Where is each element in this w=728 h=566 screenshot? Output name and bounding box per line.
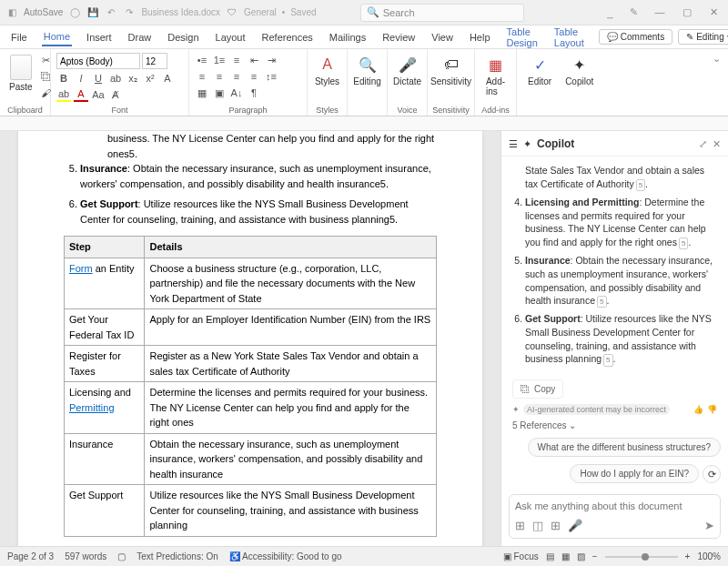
bullets-button[interactable]: •≡ <box>195 53 209 67</box>
font-color-button[interactable]: A <box>74 87 88 102</box>
copilot-input[interactable] <box>515 500 714 511</box>
menu-review[interactable]: Review <box>380 29 417 45</box>
view-web-icon[interactable]: ▨ <box>577 551 585 561</box>
editor-button[interactable]: ✓Editor <box>522 53 557 112</box>
thumbs-up-icon[interactable]: 👍 <box>693 405 703 414</box>
zoom-slider[interactable] <box>605 556 678 558</box>
undo-icon[interactable]: ↶ <box>105 6 117 19</box>
suggestion-chip[interactable]: What are the different business structur… <box>528 438 721 457</box>
ruler[interactable] <box>0 116 728 131</box>
menu-design[interactable]: Design <box>166 29 200 45</box>
menu-references[interactable]: References <box>260 29 315 45</box>
document-pane[interactable]: business. The NY License Center can help… <box>0 131 500 546</box>
highlight-button[interactable]: ab <box>56 87 71 102</box>
paste-button[interactable]: Paste <box>5 53 36 112</box>
menu-table-layout[interactable]: Table Layout <box>552 24 586 51</box>
multilevel-button[interactable]: ≡ <box>229 53 244 67</box>
ribbon-mode-icon[interactable]: ⎯ <box>604 6 617 19</box>
editing-mode-button[interactable]: ✎Editing▾ <box>678 29 728 45</box>
shading-button[interactable]: ▦ <box>195 86 209 100</box>
align-right-button[interactable]: ≡ <box>229 69 244 84</box>
zoom-level[interactable]: 100% <box>697 551 721 561</box>
menu-layout[interactable]: Layout <box>214 29 248 45</box>
minimize-button[interactable]: ― <box>652 6 668 19</box>
menu-help[interactable]: Help <box>468 29 492 45</box>
grid-icon[interactable]: ⊞ <box>551 519 561 532</box>
thumbs-down-icon[interactable]: 👎 <box>707 405 717 414</box>
dictate-button[interactable]: 🎤Dictate <box>393 53 421 88</box>
strikethrough-button[interactable]: ab <box>108 71 123 86</box>
sensitivity-button[interactable]: 🏷Sensitivity <box>433 53 469 88</box>
line-spacing-button[interactable]: ↕≡ <box>264 69 278 84</box>
close-pane-icon[interactable]: ✕ <box>713 138 721 149</box>
align-center-button[interactable]: ≡ <box>212 69 227 84</box>
send-icon[interactable]: ➤ <box>704 519 714 532</box>
hamburger-icon[interactable]: ☰ <box>509 138 518 149</box>
close-button[interactable]: ✕ <box>706 6 723 19</box>
numbering-button[interactable]: 1≡ <box>212 53 227 67</box>
copilot-icon: ✦ <box>523 138 531 149</box>
addins-button[interactable]: ▦Add-ins <box>480 53 511 98</box>
search-box[interactable]: 🔍 Search <box>360 4 524 22</box>
borders-button[interactable]: ▣ <box>212 86 227 100</box>
align-left-button[interactable]: ≡ <box>195 69 209 84</box>
menu-mailings[interactable]: Mailings <box>328 29 368 45</box>
clear-format-button[interactable]: A̸ <box>108 87 123 102</box>
references-toggle[interactable]: 5 References ⌄ <box>501 417 728 434</box>
editing-button[interactable]: 🔍Editing <box>353 53 381 88</box>
copilot-icon: ✦ <box>570 55 590 75</box>
attach-icon[interactable]: ◫ <box>532 519 543 532</box>
steps-table[interactable]: StepDetails Form an EntityChoose a busin… <box>64 236 437 537</box>
text-effects-button[interactable]: A <box>160 71 175 86</box>
menu-draw[interactable]: Draw <box>126 29 154 45</box>
redo-icon[interactable]: ↷ <box>123 6 136 19</box>
refresh-suggestions-button[interactable]: ⟳ <box>703 465 721 483</box>
styles-button[interactable]: AStyles <box>313 53 341 88</box>
collapse-ribbon-icon[interactable]: ⌄ <box>705 49 728 116</box>
copilot-ribbon-button[interactable]: ✦Copilot <box>560 53 599 112</box>
menu-home[interactable]: Home <box>42 28 72 46</box>
zoom-out-button[interactable]: − <box>592 551 598 561</box>
zoom-in-button[interactable]: + <box>685 551 691 561</box>
increase-indent-button[interactable]: ⇥ <box>264 53 278 67</box>
suggestion-chip[interactable]: How do I apply for an EIN? <box>570 464 699 483</box>
change-case-button[interactable]: Aa <box>91 87 106 102</box>
font-size-select[interactable] <box>142 53 167 69</box>
autosave-toggle[interactable]: ◯ <box>68 6 81 19</box>
decrease-indent-button[interactable]: ⇤ <box>247 53 261 67</box>
menu-file[interactable]: File <box>9 29 29 45</box>
accessibility-status[interactable]: ♿ Accessibility: Good to go <box>229 551 342 561</box>
view-print-icon[interactable]: ▦ <box>561 551 570 561</box>
menu-insert[interactable]: Insert <box>85 29 114 45</box>
menu-view[interactable]: View <box>430 29 455 45</box>
show-marks-button[interactable]: ¶ <box>247 86 261 100</box>
subscript-button[interactable]: x₂ <box>126 71 140 86</box>
mic-input-icon[interactable]: 🎤 <box>568 519 582 532</box>
justify-button[interactable]: ≡ <box>247 69 261 84</box>
maximize-button[interactable]: ▢ <box>679 6 695 19</box>
group-paragraph: Paragraph <box>189 106 307 115</box>
save-icon[interactable]: 💾 <box>86 6 99 19</box>
bold-button[interactable]: B <box>56 71 71 86</box>
word-count[interactable]: 597 words <box>65 551 106 561</box>
pencil-icon[interactable]: ✎ <box>628 6 641 19</box>
group-font: Font <box>51 106 188 115</box>
expand-icon[interactable]: ⤢ <box>699 138 707 149</box>
menu-table-design[interactable]: Table Design <box>505 24 540 51</box>
italic-button[interactable]: I <box>74 71 88 86</box>
page-indicator[interactable]: Page 2 of 3 <box>7 551 54 561</box>
underline-button[interactable]: U <box>91 71 106 86</box>
view-read-icon[interactable]: ▤ <box>546 551 554 561</box>
group-styles: Styles <box>308 106 347 115</box>
table-row: Form an EntityChoose a business structur… <box>65 258 437 309</box>
comments-button[interactable]: 💬Comments <box>599 29 672 45</box>
copy-button[interactable]: ⿻Copy <box>512 379 563 399</box>
refresh-icon: ⟳ <box>708 469 716 480</box>
focus-mode[interactable]: ▣ Focus <box>503 551 539 561</box>
sort-button[interactable]: A↓ <box>229 86 244 100</box>
text-predictions[interactable]: Text Predictions: On <box>136 551 217 561</box>
language-icon[interactable]: ▢ <box>117 551 126 561</box>
font-name-select[interactable] <box>56 53 140 69</box>
superscript-button[interactable]: x² <box>143 71 157 86</box>
menu-icon[interactable]: ⊞ <box>515 519 525 532</box>
